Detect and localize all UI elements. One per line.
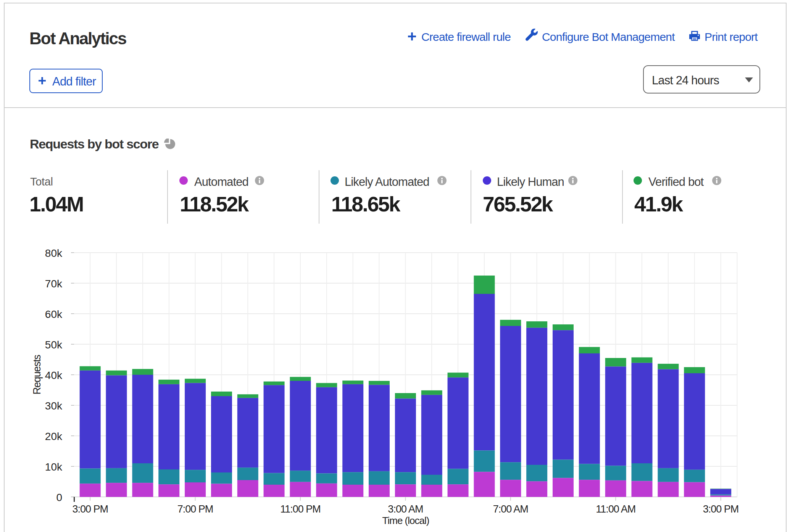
svg-text:7:00 AM: 7:00 AM [493,503,528,515]
svg-text:Requests: Requests [31,355,43,394]
svg-text:7:00 PM: 7:00 PM [177,503,213,515]
svg-text:11:00 PM: 11:00 PM [280,503,321,515]
svg-text:3:00 PM: 3:00 PM [72,503,108,515]
svg-text:60k: 60k [45,308,63,320]
svg-text:Time (local): Time (local) [382,515,429,526]
svg-text:50k: 50k [45,339,63,351]
svg-text:3:00 PM: 3:00 PM [703,503,739,515]
svg-text:10k: 10k [45,461,63,473]
svg-text:3:00 AM: 3:00 AM [388,503,423,515]
svg-text:0: 0 [56,492,62,503]
svg-text:70k: 70k [45,278,63,290]
svg-text:11:00 AM: 11:00 AM [596,503,635,515]
svg-text:80k: 80k [45,247,63,259]
svg-text:40k: 40k [45,369,63,381]
svg-text:30k: 30k [45,400,63,412]
svg-text:20k: 20k [45,430,63,442]
